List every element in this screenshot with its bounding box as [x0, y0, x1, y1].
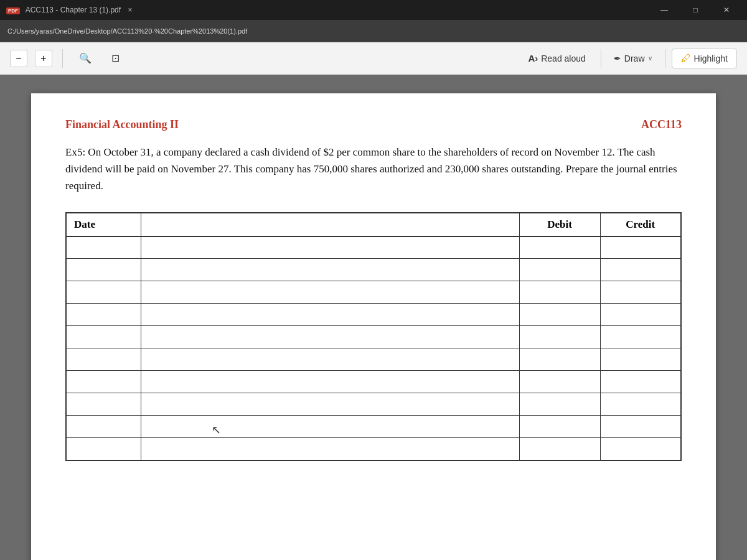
toolbar-separator-2	[601, 49, 601, 68]
main-content: Financial Accounting II ACC113 Ex5: On O…	[0, 75, 747, 560]
table-row	[66, 304, 681, 326]
credit-cell	[600, 416, 681, 438]
fit-icon: ⊡	[111, 52, 120, 64]
date-cell	[66, 416, 141, 438]
description-cell	[141, 438, 519, 460]
debit-cell	[519, 348, 600, 371]
date-cell	[66, 259, 141, 281]
credit-cell	[600, 326, 681, 348]
col-header-debit: Debit	[519, 213, 600, 236]
credit-cell	[600, 371, 681, 393]
debit-cell	[519, 236, 600, 259]
tab-close-icon[interactable]: ×	[128, 6, 132, 14]
zoom-in-button[interactable]: +	[35, 50, 52, 67]
description-cell	[141, 304, 519, 326]
debit-cell	[519, 259, 600, 281]
pdf-page: Financial Accounting II ACC113 Ex5: On O…	[31, 93, 716, 560]
title-bar-label: PDF ACC113 - Chapter 13 (1).pdf ×	[6, 6, 132, 14]
toolbar: − + 🔍 ⊡ A› Read aloud ✒ Draw ∨ 🖊 Highlig…	[0, 42, 747, 75]
table-row	[66, 236, 681, 259]
tab-title: ACC113 - Chapter 13 (1).pdf	[26, 6, 121, 14]
debit-cell	[519, 371, 600, 393]
read-aloud-label: Read aloud	[541, 54, 586, 63]
table-row	[66, 281, 681, 304]
description-cell	[141, 348, 519, 371]
journal-table: Date Debit Credit	[65, 212, 682, 461]
credit-cell	[600, 348, 681, 371]
read-aloud-icon: A›	[528, 53, 538, 63]
toolbar-separator-3	[665, 49, 665, 68]
date-cell	[66, 348, 141, 371]
description-cell	[141, 416, 519, 438]
date-cell	[66, 438, 141, 460]
table-row	[66, 371, 681, 393]
date-cell	[66, 326, 141, 348]
toolbar-right: A› Read aloud ✒ Draw ∨ 🖊 Highlight	[519, 49, 737, 68]
debit-cell	[519, 281, 600, 304]
credit-cell	[600, 304, 681, 326]
table-row	[66, 326, 681, 348]
credit-cell	[600, 281, 681, 304]
date-cell	[66, 236, 141, 259]
course-code: ACC113	[641, 118, 682, 131]
description-cell	[141, 281, 519, 304]
search-icon: 🔍	[79, 52, 92, 64]
description-cell	[141, 393, 519, 416]
date-cell	[66, 281, 141, 304]
page-header: Financial Accounting II ACC113	[65, 118, 682, 131]
zoom-out-button[interactable]: −	[10, 50, 27, 67]
debit-cell	[519, 304, 600, 326]
draw-button[interactable]: ✒ Draw ∨	[608, 50, 659, 67]
page-title: Financial Accounting II	[65, 118, 179, 131]
draw-chevron-icon: ∨	[648, 55, 652, 62]
minimize-button[interactable]: —	[650, 0, 679, 20]
description-cell	[141, 326, 519, 348]
table-row	[66, 259, 681, 281]
col-header-credit: Credit	[600, 213, 681, 236]
debit-cell	[519, 438, 600, 460]
draw-label: Draw	[624, 54, 645, 63]
fit-button[interactable]: ⊡	[105, 49, 126, 67]
credit-cell	[600, 438, 681, 460]
maximize-button[interactable]: □	[681, 0, 710, 20]
highlight-button[interactable]: 🖊 Highlight	[672, 49, 737, 68]
date-cell	[66, 304, 141, 326]
address-path: C:/Users/yaras/OneDrive/Desktop/ACC113%2…	[7, 27, 247, 35]
window-controls: — □ ✕	[650, 0, 741, 20]
debit-cell	[519, 416, 600, 438]
table-row	[66, 393, 681, 416]
credit-cell	[600, 393, 681, 416]
date-cell	[66, 393, 141, 416]
address-bar: C:/Users/yaras/OneDrive/Desktop/ACC113%2…	[0, 20, 747, 42]
draw-icon: ✒	[614, 54, 621, 63]
search-button[interactable]: 🔍	[73, 49, 98, 67]
col-header-desc	[141, 213, 519, 236]
table-row	[66, 438, 681, 460]
debit-cell	[519, 326, 600, 348]
table-row	[66, 348, 681, 371]
credit-cell	[600, 236, 681, 259]
table-row	[66, 416, 681, 438]
title-bar: PDF ACC113 - Chapter 13 (1).pdf × — □ ✕	[0, 0, 747, 20]
description-cell	[141, 371, 519, 393]
col-header-date: Date	[66, 213, 141, 236]
credit-cell	[600, 259, 681, 281]
debit-cell	[519, 393, 600, 416]
read-aloud-button[interactable]: A› Read aloud	[519, 49, 594, 67]
close-button[interactable]: ✕	[712, 0, 741, 20]
description-cell	[141, 259, 519, 281]
exercise-text: Ex5: On October 31, a company declared a…	[65, 144, 682, 195]
highlight-icon: 🖊	[681, 53, 691, 64]
highlight-label: Highlight	[694, 54, 728, 63]
date-cell	[66, 371, 141, 393]
toolbar-separator-1	[62, 49, 63, 68]
description-cell	[141, 236, 519, 259]
